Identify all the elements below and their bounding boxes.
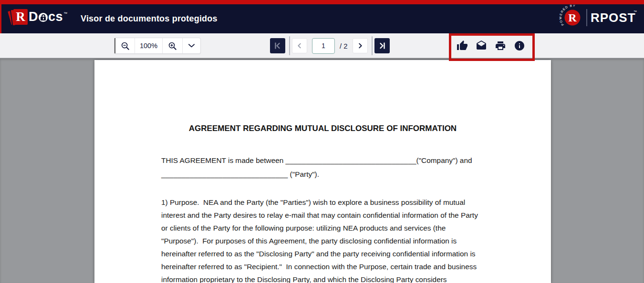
open-envelope-icon	[476, 40, 487, 51]
rdocs-logo-docs-text: D cs ™	[29, 10, 68, 23]
rpost-badge-r-letter: R	[568, 11, 577, 24]
document-intro-line: THIS AGREEMENT is made between _________…	[161, 156, 472, 165]
rdocs-viewer-window: R D cs ™ Visor de documentos protegidos …	[0, 0, 644, 283]
magnifier-minus-icon	[121, 41, 130, 51]
document-paragraph-line: hereinafter referred to as "Recipient." …	[161, 263, 477, 271]
zoom-menu-button[interactable]	[182, 38, 200, 53]
rdocs-logo-cs: cs	[48, 10, 63, 23]
zoom-level-label: 100%	[135, 38, 162, 53]
thumbs-up-icon	[457, 40, 468, 51]
info-button[interactable]	[513, 39, 526, 53]
print-button[interactable]	[494, 39, 507, 53]
email-button[interactable]	[475, 39, 488, 53]
viewer-toolbar: 100%	[0, 33, 644, 58]
page-number-input[interactable]	[312, 38, 335, 54]
document-actions	[456, 38, 526, 54]
padlock-body	[41, 17, 46, 20]
document-page: AGREEMENT REGARDING MUTUAL DISCLOSURE OF…	[94, 60, 551, 283]
rdocs-logo: R D cs ™	[13, 8, 68, 26]
rpost-logo-graphic: R POWERED BY RPOST ™	[554, 5, 639, 30]
info-circle-icon	[514, 40, 525, 51]
rpost-logo: R POWERED BY RPOST ™	[554, 5, 639, 31]
document-paragraph-line: 1) Purpose. NEA and the Party (the "Part…	[161, 198, 465, 207]
zoom-in-button[interactable]	[162, 38, 182, 53]
rpost-wordmark: RPOST	[591, 10, 636, 25]
last-page-button[interactable]	[374, 38, 390, 53]
document-paragraph-line: hereinafter referred to as the "Disclosi…	[161, 250, 476, 258]
nav-divider	[372, 36, 373, 55]
zoom-controls: 100%	[114, 38, 201, 54]
skip-to-start-icon	[274, 42, 281, 50]
header-top-red-strip	[0, 0, 644, 4]
document-paragraph-line: "Purpose"). For purposes of this Agreeme…	[161, 237, 457, 245]
document-scroll-area[interactable]: AGREEMENT REGARDING MUTUAL DISCLOSURE OF…	[0, 58, 644, 283]
skip-to-end-icon	[378, 42, 386, 50]
document-paragraph-line: or clients of the Party for the followin…	[161, 224, 446, 232]
chevron-down-icon	[188, 44, 195, 48]
chevron-left-icon	[296, 42, 303, 49]
rpost-trademark: ™	[634, 10, 637, 13]
zoom-out-button[interactable]	[114, 38, 135, 53]
nav-divider	[289, 36, 290, 55]
app-header: R D cs ™ Visor de documentos protegidos …	[0, 0, 644, 33]
document-title: AGREEMENT REGARDING MUTUAL DISCLOSURE OF…	[94, 124, 551, 133]
document-paragraph-line: interest and the Party desires to relay …	[161, 211, 478, 220]
rdocs-logo-r-square: R	[13, 9, 28, 25]
trademark-symbol: ™	[63, 12, 68, 16]
like-button[interactable]	[456, 39, 468, 53]
document-intro-line: _______________________________ ("Party"…	[161, 170, 319, 179]
previous-page-button[interactable]	[292, 38, 307, 53]
page-navigation: / 2	[270, 36, 390, 55]
document-paragraph-line: information proprietary to the Disclosin…	[161, 275, 447, 283]
magnifier-plus-icon	[168, 41, 177, 51]
header-left-red-edge	[0, 4, 1, 33]
first-page-button[interactable]	[270, 38, 285, 53]
printer-icon	[495, 40, 506, 51]
page-count-label: / 2	[340, 42, 348, 50]
page-title: Visor de documentos protegidos	[81, 4, 218, 33]
next-page-button[interactable]	[353, 38, 368, 53]
chevron-right-icon	[357, 42, 364, 49]
padlock-icon	[39, 13, 48, 22]
rdocs-logo-r-letter: R	[16, 10, 25, 23]
rdocs-logo-d: D	[29, 10, 38, 23]
